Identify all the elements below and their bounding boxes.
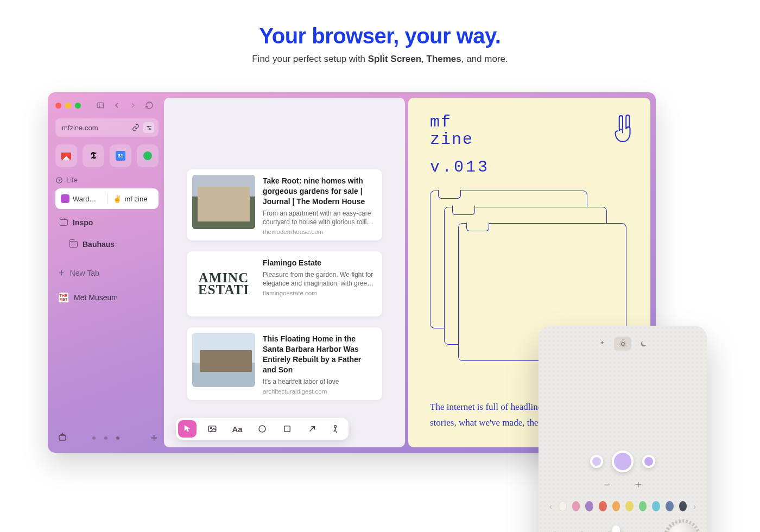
svg-point-9 bbox=[211, 427, 212, 428]
palette-color[interactable] bbox=[666, 501, 674, 511]
plus-icon: + bbox=[59, 268, 65, 278]
intensity-knob[interactable] bbox=[668, 523, 697, 532]
hero-subtitle: Find your perfect setup with Split Scree… bbox=[0, 54, 760, 65]
space-switcher[interactable] bbox=[92, 436, 119, 440]
calendar-icon: 31 bbox=[116, 151, 125, 161]
link-card[interactable]: Take Root: nine homes with gorgeous gard… bbox=[187, 169, 382, 240]
back-button[interactable] bbox=[111, 100, 122, 111]
slider-handle[interactable] bbox=[612, 525, 620, 532]
peace-icon: ✌ bbox=[113, 195, 122, 203]
new-tab-button[interactable]: + New Tab bbox=[55, 264, 159, 282]
card-thumbnail: AMINCESTATI bbox=[192, 257, 255, 311]
section-label: Life bbox=[66, 176, 78, 184]
card-url: architecturaldigest.com bbox=[263, 388, 377, 395]
maximize-window-button[interactable] bbox=[75, 103, 81, 109]
arrow-tool[interactable] bbox=[303, 420, 321, 438]
favorites-grid: 𝕿 31 bbox=[55, 144, 159, 167]
palette-next-button[interactable]: › bbox=[692, 502, 697, 511]
palette-color[interactable] bbox=[559, 501, 567, 511]
add-space-button[interactable]: + bbox=[150, 431, 157, 445]
address-bar-text: mfzine.com bbox=[62, 124, 98, 132]
reload-button[interactable] bbox=[144, 100, 155, 111]
folder-icon bbox=[60, 219, 68, 226]
palette-color[interactable] bbox=[639, 501, 647, 511]
sidebar-tab-met-museum[interactable]: THEMET Met Museum bbox=[55, 289, 159, 306]
sidebar-folder-bauhaus[interactable]: Bauhaus bbox=[65, 236, 159, 252]
svg-rect-0 bbox=[97, 103, 104, 107]
link-card[interactable]: AMINCESTATI Flamingo Estate Pleasure fro… bbox=[187, 251, 382, 316]
palette-color[interactable] bbox=[612, 501, 620, 511]
pointer-tool[interactable] bbox=[178, 420, 197, 438]
svg-rect-7 bbox=[59, 435, 66, 440]
editor-toolbar: Aa bbox=[176, 418, 349, 440]
palette-prev-button[interactable]: ‹ bbox=[548, 502, 553, 511]
site-settings-icon[interactable] bbox=[143, 122, 154, 133]
accent-swatch-right[interactable] bbox=[642, 455, 655, 468]
palette-color[interactable] bbox=[585, 501, 593, 511]
draw-tool[interactable] bbox=[328, 420, 346, 438]
palette-color[interactable] bbox=[652, 501, 660, 511]
accent-swatch-main[interactable] bbox=[612, 451, 634, 472]
zine-version: v.013 bbox=[430, 158, 490, 176]
palette-row: ‹ › bbox=[548, 501, 697, 511]
image-tool[interactable] bbox=[203, 420, 221, 438]
sidebar-toggle-icon[interactable] bbox=[95, 100, 106, 111]
svg-rect-11 bbox=[284, 426, 290, 432]
forward-button[interactable] bbox=[128, 100, 138, 111]
hero-title: Your browser, your way. bbox=[0, 24, 760, 48]
increase-button[interactable]: + bbox=[635, 479, 642, 491]
traffic-lights bbox=[55, 103, 81, 109]
svg-point-4 bbox=[147, 126, 148, 127]
favorite-nyt[interactable]: 𝕿 bbox=[83, 144, 104, 167]
noise-slider[interactable] bbox=[548, 524, 662, 532]
split-tab-right-label: mf zine bbox=[125, 195, 148, 203]
sidebar-section[interactable]: Life bbox=[55, 176, 159, 184]
nyt-icon: 𝕿 bbox=[91, 150, 96, 161]
new-tab-label: New Tab bbox=[70, 269, 99, 277]
tab-label: Met Museum bbox=[74, 293, 118, 302]
folder-label: Bauhaus bbox=[83, 240, 115, 249]
card-url: flamingoestate.com bbox=[263, 290, 377, 296]
palette-color[interactable] bbox=[599, 501, 607, 511]
svg-point-10 bbox=[259, 426, 265, 432]
light-mode-button[interactable] bbox=[614, 337, 631, 351]
address-bar[interactable]: mfzine.com bbox=[55, 118, 159, 137]
split-tab[interactable]: Ward… ✌ mf zine bbox=[55, 188, 159, 209]
card-title: Flamingo Estate bbox=[263, 258, 377, 268]
clock-icon bbox=[55, 176, 63, 184]
svg-point-12 bbox=[622, 343, 624, 345]
color-preview bbox=[548, 451, 697, 472]
link-card[interactable]: This Floating Home in the Santa Barbara … bbox=[187, 327, 382, 400]
folder-label: Inspo bbox=[73, 218, 93, 227]
auto-mode-button[interactable] bbox=[593, 337, 611, 351]
minimize-window-button[interactable] bbox=[65, 103, 71, 109]
split-tab-left-label: Ward… bbox=[73, 195, 97, 203]
close-window-button[interactable] bbox=[55, 103, 61, 109]
circle-tool[interactable] bbox=[253, 420, 271, 438]
accent-swatch-left[interactable] bbox=[590, 455, 603, 468]
card-description: From an apartment with an easy-care cour… bbox=[263, 209, 377, 226]
card-url: themodernhouse.com bbox=[263, 229, 377, 235]
square-tool[interactable] bbox=[278, 420, 296, 438]
svg-point-5 bbox=[149, 128, 150, 129]
favorite-evernote[interactable] bbox=[137, 144, 159, 167]
dark-mode-button[interactable] bbox=[635, 337, 652, 351]
palette-color[interactable] bbox=[572, 501, 580, 511]
library-icon[interactable] bbox=[58, 432, 67, 444]
tab-favicon bbox=[61, 194, 69, 203]
card-thumbnail bbox=[192, 175, 255, 229]
decrease-button[interactable]: − bbox=[604, 479, 610, 491]
appearance-mode-tabs bbox=[548, 337, 697, 351]
text-tool[interactable]: Aa bbox=[228, 420, 246, 438]
card-description: Pleasure from the garden. We fight for e… bbox=[263, 270, 377, 288]
met-museum-icon: THEMET bbox=[59, 293, 68, 302]
zine-title: mfzine bbox=[430, 114, 490, 148]
folder-icon bbox=[69, 241, 78, 248]
favorite-gmail[interactable] bbox=[55, 144, 77, 167]
copy-link-icon[interactable] bbox=[130, 122, 141, 133]
palette-color[interactable] bbox=[679, 501, 687, 511]
palette-color[interactable] bbox=[625, 501, 634, 511]
peace-hand-icon bbox=[611, 114, 634, 143]
sidebar-folder-inspo[interactable]: Inspo bbox=[55, 214, 159, 231]
favorite-calendar[interactable]: 31 bbox=[110, 144, 131, 167]
